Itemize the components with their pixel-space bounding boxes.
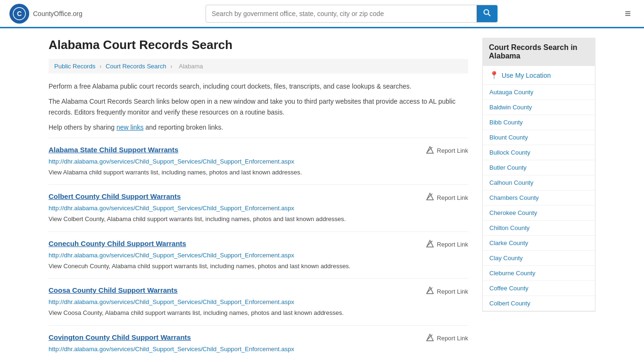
sidebar-county-link[interactable]: Baldwin County xyxy=(483,100,595,115)
breadcrumb: Public Records › Court Records Search › … xyxy=(49,59,468,74)
svg-text:C: C xyxy=(17,10,22,17)
result-url[interactable]: http://dhr.alabama.gov/services/Child_Su… xyxy=(49,346,468,353)
report-link-button[interactable]: Report Link xyxy=(426,192,468,203)
result-description: View Alabama child support warrants list… xyxy=(49,168,468,177)
result-url[interactable]: http://dhr.alabama.gov/services/Child_Su… xyxy=(49,158,468,165)
sidebar-county-link[interactable]: Bibb County xyxy=(483,115,595,130)
breadcrumb-public-records[interactable]: Public Records xyxy=(54,63,95,70)
result-header: Alabama State Child Support Warrants Rep… xyxy=(49,146,468,156)
description-3: Help others by sharing new links and rep… xyxy=(49,122,468,132)
header-right: ≡ xyxy=(621,6,635,22)
new-links-link[interactable]: new links xyxy=(116,123,144,131)
result-item: Covington County Child Support Warrants … xyxy=(49,325,468,362)
sidebar-county-link[interactable]: Clay County xyxy=(483,251,595,266)
report-icon xyxy=(426,192,434,203)
sidebar-county-link[interactable]: Chambers County xyxy=(483,190,595,206)
search-button[interactable] xyxy=(477,5,497,22)
sidebar-county-link[interactable]: Cleburne County xyxy=(483,266,595,281)
sidebar-county-link[interactable]: Colbert County xyxy=(483,296,595,311)
search-bar xyxy=(206,5,498,23)
logo-text: CountyOffice.org xyxy=(33,8,83,18)
result-item: Conecuh County Child Support Warrants Re… xyxy=(49,231,468,279)
report-label: Report Link xyxy=(437,147,468,154)
sidebar-county-link[interactable]: Cherokee County xyxy=(483,206,595,221)
page-title: Alabama Court Records Search xyxy=(49,38,468,52)
main-container: Alabama Court Records Search Public Reco… xyxy=(39,28,605,362)
sidebar-county-link[interactable]: Chilton County xyxy=(483,221,595,236)
breadcrumb-court-records-search[interactable]: Court Records Search xyxy=(106,63,166,70)
result-title[interactable]: Coosa County Child Support Warrants xyxy=(49,286,178,294)
result-item: Alabama State Child Support Warrants Rep… xyxy=(49,138,468,185)
logo-icon: C xyxy=(9,4,29,24)
result-title[interactable]: Alabama State Child Support Warrants xyxy=(49,146,178,154)
report-label: Report Link xyxy=(437,335,468,342)
sidebar-heading: Court Records Search in Alabama xyxy=(482,38,595,66)
report-label: Report Link xyxy=(437,241,468,248)
report-icon xyxy=(426,286,434,296)
content-area: Alabama Court Records Search Public Reco… xyxy=(49,38,468,362)
breadcrumb-current: Alabama xyxy=(179,63,203,70)
report-icon xyxy=(426,146,434,156)
sidebar-content: 📍 Use My Location Autauga CountyBaldwin … xyxy=(482,66,595,312)
description-1: Perform a free Alabama public court reco… xyxy=(49,81,468,91)
result-title[interactable]: Covington County Child Support Warrants xyxy=(49,333,191,341)
sidebar-county-link[interactable]: Clarke County xyxy=(483,236,595,251)
description-2: The Alabama Court Records Search links b… xyxy=(49,96,468,117)
report-link-button[interactable]: Report Link xyxy=(426,333,468,344)
result-description: View Colbert County, Alabama child suppo… xyxy=(49,214,468,224)
results-list: Alabama State Child Support Warrants Rep… xyxy=(49,138,468,362)
result-item: Coosa County Child Support Warrants Repo… xyxy=(49,278,468,325)
svg-line-3 xyxy=(488,14,490,16)
search-input[interactable] xyxy=(206,6,477,21)
result-header: Coosa County Child Support Warrants Repo… xyxy=(49,286,468,296)
report-icon xyxy=(426,333,434,344)
sidebar: Court Records Search in Alabama 📍 Use My… xyxy=(482,38,595,362)
sidebar-county-link[interactable]: Blount County xyxy=(483,130,595,145)
report-link-button[interactable]: Report Link xyxy=(426,286,468,296)
result-description: View Conecuh County, Alabama child suppo… xyxy=(49,262,468,271)
report-link-button[interactable]: Report Link xyxy=(426,239,468,250)
report-link-button[interactable]: Report Link xyxy=(426,146,468,156)
result-title[interactable]: Conecuh County Child Support Warrants xyxy=(49,239,186,247)
use-my-location-link[interactable]: 📍 Use My Location xyxy=(483,66,595,85)
menu-button[interactable]: ≡ xyxy=(621,6,635,22)
site-header: C CountyOffice.org ≡ xyxy=(0,0,644,28)
result-header: Covington County Child Support Warrants … xyxy=(49,333,468,344)
sidebar-county-link[interactable]: Calhoun County xyxy=(483,175,595,190)
report-icon xyxy=(426,239,434,250)
result-header: Conecuh County Child Support Warrants Re… xyxy=(49,239,468,250)
result-url[interactable]: http://dhr.alabama.gov/services/Child_Su… xyxy=(49,252,468,259)
county-links-list: Autauga CountyBaldwin CountyBibb CountyB… xyxy=(483,85,595,311)
sidebar-county-link[interactable]: Bullock County xyxy=(483,145,595,160)
result-url[interactable]: http://dhr.alabama.gov/services/Child_Su… xyxy=(49,205,468,212)
sidebar-county-link[interactable]: Butler County xyxy=(483,160,595,175)
result-url[interactable]: http://dhr.alabama.gov/services/Child_Su… xyxy=(49,298,468,305)
result-header: Colbert County Child Support Warrants Re… xyxy=(49,192,468,203)
result-item: Colbert County Child Support Warrants Re… xyxy=(49,184,468,231)
svg-point-2 xyxy=(484,9,488,14)
sidebar-county-link[interactable]: Autauga County xyxy=(483,85,595,100)
result-title[interactable]: Colbert County Child Support Warrants xyxy=(49,192,181,200)
location-pin-icon: 📍 xyxy=(489,71,499,80)
report-label: Report Link xyxy=(437,288,468,295)
report-label: Report Link xyxy=(437,194,468,201)
logo-area: C CountyOffice.org xyxy=(9,4,83,24)
sidebar-county-link[interactable]: Coffee County xyxy=(483,281,595,296)
result-description: View Coosa County, Alabama child support… xyxy=(49,308,468,318)
